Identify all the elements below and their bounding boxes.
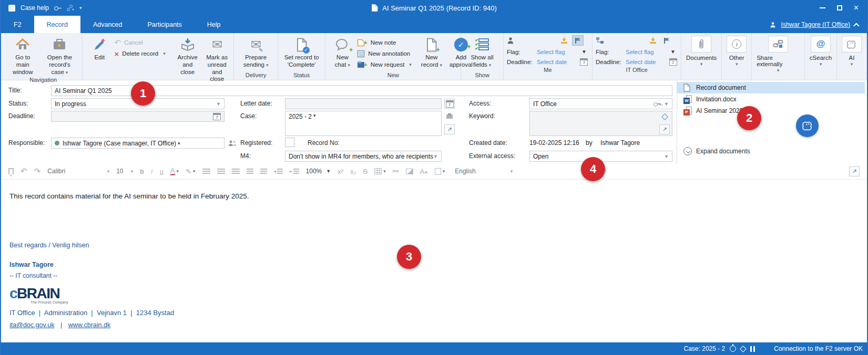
tab-help[interactable]: Help	[195, 16, 233, 33]
tab-record[interactable]: Record	[34, 16, 80, 33]
format-painter-icon[interactable]	[8, 168, 14, 174]
pause-icon[interactable]	[750, 346, 755, 352]
calendar-icon[interactable]	[579, 58, 589, 66]
chevron-down-icon[interactable]: ▼	[579, 49, 589, 55]
case-input[interactable]: 2025 - 2▾	[285, 111, 442, 136]
text-effects-button[interactable]: A⁎	[420, 168, 428, 175]
edit-button[interactable]: Edit	[85, 36, 114, 62]
delete-record-button[interactable]: × Delete record▾	[114, 49, 165, 58]
select-date-it-office[interactable]: Select date	[626, 59, 668, 65]
superscript-button[interactable]: x²	[338, 168, 343, 175]
csearch-button[interactable]: @ cSearch ▾	[805, 33, 837, 80]
font-color-button[interactable]: A▾	[170, 167, 179, 175]
language-select[interactable]: English▾	[455, 168, 513, 175]
address-book-icon[interactable]	[227, 138, 238, 148]
mark-as-unread-button[interactable]: ✉ Mark as unread and close	[202, 36, 232, 84]
zoom-select[interactable]: 100%▼	[306, 168, 331, 175]
flag-icon	[663, 37, 670, 44]
italic-button[interactable]: i	[151, 167, 153, 175]
bold-button[interactable]: b	[140, 168, 144, 175]
table-button[interactable]: ▾	[374, 168, 386, 174]
minimize-button[interactable]	[820, 7, 825, 8]
highlight-button[interactable]: ✎▾	[186, 168, 195, 175]
subscript-button[interactable]: x₂	[350, 168, 356, 175]
tag-icon[interactable]	[740, 346, 747, 352]
flag-toggle-button[interactable]	[572, 35, 584, 46]
signature-website-link[interactable]: www.cbrain.dk	[68, 321, 111, 329]
network-share-icon[interactable]	[67, 5, 74, 11]
case-help-checkbox[interactable]	[8, 5, 15, 12]
underline-button[interactable]: u	[160, 168, 164, 175]
close-button[interactable]: ×	[854, 4, 859, 12]
tab-f2[interactable]: F2	[1, 16, 34, 33]
cancel-button[interactable]: ↶ Cancel	[114, 38, 165, 47]
increase-indent-icon[interactable]: ▸	[290, 169, 299, 174]
key-icon[interactable]	[54, 6, 62, 10]
select-date-me[interactable]: Select date	[537, 59, 579, 65]
new-chat-button[interactable]: + New chat▾	[328, 36, 357, 70]
keyword-input[interactable]	[529, 111, 672, 136]
registered-checkbox[interactable]	[285, 138, 294, 147]
document-item-ai-seminar[interactable]: P AI Seminar 2025	[677, 105, 865, 117]
open-in-window-icon[interactable]: ↗	[444, 124, 455, 134]
tab-participants[interactable]: Participants	[135, 16, 195, 33]
letter-date-input[interactable]	[285, 98, 442, 109]
document-item-record-document[interactable]: Record document	[677, 82, 865, 93]
documents-menu-button[interactable]: Documents ▾	[681, 33, 722, 80]
signature-email-link[interactable]: ita@doc.gov.uk	[9, 321, 54, 329]
tag-icon[interactable]	[659, 112, 670, 122]
select-flag-me[interactable]: Select flag	[537, 49, 579, 55]
maximize-button[interactable]	[837, 5, 842, 11]
other-menu-button[interactable]: i Other ▾	[722, 33, 752, 80]
font-size-select[interactable]: 10▾	[116, 168, 133, 175]
current-user-link[interactable]: Ishwar Tagore (IT Office)	[781, 21, 850, 28]
align-left-icon[interactable]	[202, 169, 210, 174]
undo-icon[interactable]: ↶	[21, 166, 27, 176]
chevron-down-icon[interactable]: ▼	[668, 49, 678, 55]
tab-advanced[interactable]: Advanced	[80, 16, 135, 33]
ai-assistant-button[interactable]	[796, 114, 819, 137]
responsible-input[interactable]: Ishwar Tagore (Case manager, IT Office)▾	[51, 138, 224, 149]
expand-editor-icon[interactable]: ↗	[849, 166, 860, 176]
bullet-list-icon[interactable]	[247, 169, 253, 174]
m4-select[interactable]: Don't show in MR4 for members, who are r…	[285, 151, 442, 162]
align-center-icon[interactable]	[217, 169, 225, 174]
link-icon[interactable]: ⚯	[393, 167, 399, 175]
save-flag-icon[interactable]	[560, 37, 568, 44]
document-item-invitation[interactable]: W Invitation.docx	[677, 93, 865, 105]
go-to-main-window-button[interactable]: Go to main window	[6, 36, 39, 77]
case-file-icon[interactable]	[444, 111, 455, 121]
save-flag-icon[interactable]	[649, 37, 657, 44]
select-flag-it-office[interactable]: Select flag	[626, 49, 668, 55]
open-records-case-button[interactable]: Open the record's case▾	[39, 36, 80, 77]
ai-menu-button[interactable]: AI ▾	[837, 33, 867, 80]
new-note-button[interactable]: + New note	[357, 38, 412, 47]
open-in-window-icon[interactable]: ↗	[659, 124, 670, 134]
expand-documents-button[interactable]: Expand documents	[683, 147, 750, 155]
deadline-input[interactable]	[51, 111, 224, 122]
new-record-button[interactable]: + New record▾	[417, 36, 446, 70]
font-family-select[interactable]: Calibri▾	[47, 168, 109, 175]
prepare-sending-button[interactable]: ✉✎ Prepare sending▾	[236, 36, 275, 70]
access-input[interactable]: IT Office▼	[529, 98, 672, 109]
flag-toggle-button[interactable]	[661, 35, 672, 46]
share-externally-button[interactable]: Share externally ▾	[752, 33, 805, 80]
redo-icon[interactable]: ↷	[34, 166, 41, 176]
align-right-icon[interactable]	[232, 169, 240, 174]
stopwatch-icon[interactable]	[730, 346, 736, 352]
chevron-down-icon[interactable]: ▾	[79, 5, 82, 11]
calendar-icon[interactable]	[213, 113, 221, 120]
strikethrough-button[interactable]: S	[363, 168, 368, 175]
image-icon[interactable]	[406, 169, 413, 174]
calendar-icon[interactable]	[668, 58, 678, 66]
set-record-complete-button[interactable]: ✓ Set record to 'Complete'	[280, 36, 323, 70]
edit-mode-button[interactable]: ▾	[435, 168, 445, 175]
record-body[interactable]: This record contains material for the AI…	[1, 180, 867, 342]
new-request-button[interactable]: + New request▾	[357, 60, 412, 69]
collapse-ribbon-icon[interactable]	[853, 23, 859, 28]
archive-and-close-button[interactable]: Archive and close	[173, 36, 202, 77]
new-annotation-button[interactable]: New annotation	[357, 49, 412, 58]
decrease-indent-icon[interactable]: ◂	[274, 169, 283, 174]
numbered-list-icon[interactable]	[260, 169, 267, 174]
calendar-icon[interactable]	[444, 99, 455, 109]
